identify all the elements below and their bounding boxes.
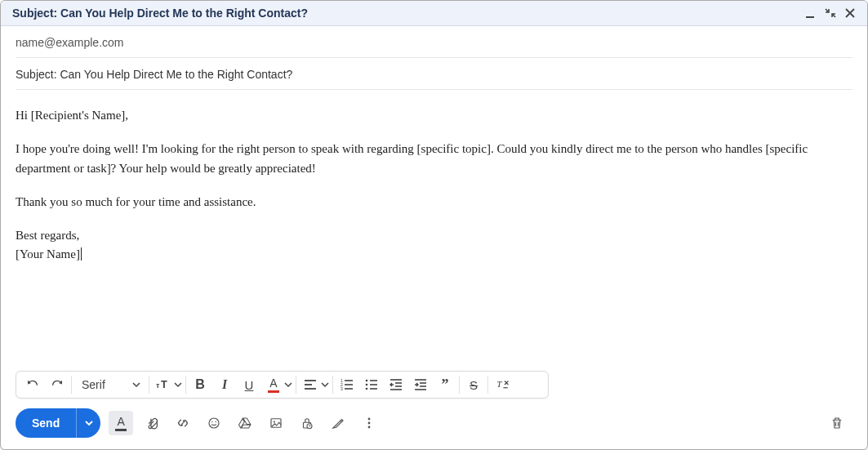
formatting-toolbar: Serif тT B I U A	[16, 371, 549, 399]
svg-point-28	[209, 418, 219, 428]
separator	[459, 376, 460, 394]
chevron-down-icon[interactable]	[319, 379, 331, 390]
ordered-list-button[interactable]: 123	[335, 373, 359, 396]
body-paragraph: I hope you're doing well! I'm looking fo…	[16, 140, 852, 178]
compose-title: Subject: Can You Help Direct Me to the R…	[12, 7, 308, 20]
svg-text:T: T	[496, 379, 502, 389]
send-button[interactable]: Send	[16, 408, 76, 438]
bottom-left-group: Send A	[16, 408, 381, 438]
indent-less-button[interactable]	[384, 373, 408, 396]
color-bar	[268, 390, 279, 393]
bottom-toolbar: Send A	[16, 408, 852, 438]
confidential-mode-button[interactable]	[295, 411, 319, 435]
separator	[296, 376, 296, 394]
indent-more-button[interactable]	[408, 373, 433, 396]
send-group: Send	[16, 408, 100, 438]
discard-draft-button[interactable]	[825, 411, 849, 435]
separator	[71, 376, 72, 394]
attach-file-button[interactable]	[140, 411, 164, 435]
underline-button[interactable]: U	[237, 373, 261, 396]
svg-point-30	[216, 421, 217, 423]
clear-formatting-button[interactable]: T	[490, 373, 514, 396]
svg-text:T: T	[161, 378, 167, 390]
body-greeting: Hi [Recipient's Name],	[16, 106, 852, 125]
chevron-down-icon[interactable]	[172, 379, 184, 390]
strikethrough-button[interactable]: S	[461, 373, 486, 396]
insert-drive-button[interactable]	[233, 411, 257, 435]
insert-image-button[interactable]	[264, 411, 288, 435]
svg-point-12	[366, 380, 368, 382]
window-controls	[805, 7, 856, 19]
compose-header: Subject: Can You Help Direct Me to the R…	[1, 1, 867, 26]
quote-button[interactable]: ”	[433, 373, 457, 396]
separator	[185, 376, 186, 394]
toolbars: Serif тT B I U A	[1, 371, 867, 449]
text-cursor	[81, 247, 82, 261]
redo-button[interactable]	[45, 373, 69, 396]
send-options-button[interactable]	[76, 408, 100, 438]
separator	[332, 376, 333, 394]
subject-field[interactable]: Subject: Can You Help Direct Me to the R…	[16, 58, 852, 90]
compose-window: Subject: Can You Help Direct Me to the R…	[0, 0, 868, 450]
svg-point-36	[368, 422, 371, 425]
chevron-down-icon	[131, 379, 142, 390]
underline-bar	[115, 429, 127, 431]
italic-button[interactable]: I	[212, 373, 237, 396]
undo-button[interactable]	[20, 373, 45, 396]
separator	[487, 376, 488, 394]
message-body[interactable]: Hi [Recipient's Name], I hope you're doi…	[1, 90, 867, 371]
formatting-toggle-button[interactable]: A	[109, 411, 133, 435]
insert-signature-button[interactable]	[326, 411, 350, 435]
unordered-list-button[interactable]	[359, 373, 384, 396]
svg-point-13	[366, 384, 368, 386]
insert-emoji-button[interactable]	[202, 411, 226, 435]
font-family-select[interactable]: Serif	[73, 378, 147, 391]
bold-button[interactable]: B	[188, 373, 212, 396]
svg-point-35	[368, 418, 371, 421]
collapse-icon[interactable]	[825, 7, 836, 19]
svg-point-14	[366, 388, 368, 390]
body-paragraph: Thank you so much for your time and assi…	[16, 193, 852, 212]
chevron-down-icon[interactable]	[283, 379, 294, 390]
body-signature: Best regards, [Your Name]	[16, 226, 852, 265]
svg-text:т: т	[156, 381, 160, 390]
fields-section: name@example.com Subject: Can You Help D…	[1, 26, 867, 90]
minimize-icon[interactable]	[805, 7, 817, 19]
compose-actions: A	[109, 411, 381, 435]
more-options-button[interactable]	[357, 411, 381, 435]
svg-point-29	[211, 421, 213, 423]
svg-text:3: 3	[341, 386, 343, 391]
svg-point-37	[368, 426, 371, 429]
separator	[149, 376, 149, 394]
font-family-label: Serif	[82, 378, 105, 391]
svg-point-32	[274, 421, 275, 422]
to-field[interactable]: name@example.com	[16, 26, 852, 58]
close-icon[interactable]	[844, 7, 856, 19]
insert-link-button[interactable]	[171, 411, 195, 435]
